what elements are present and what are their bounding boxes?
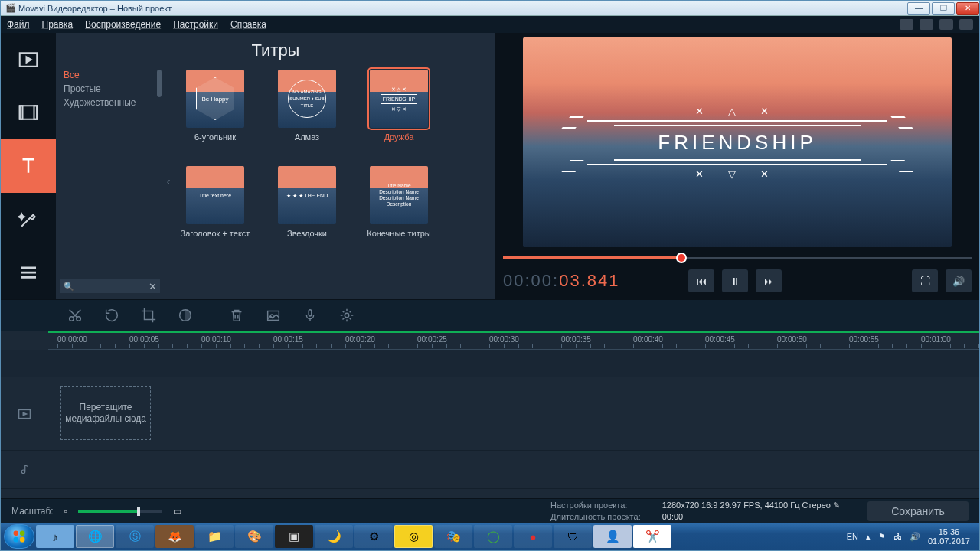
window-title: Movavi Видеоредактор – Новый проект xyxy=(18,4,172,13)
rail-effects-button[interactable] xyxy=(1,193,56,246)
menu-help[interactable]: Справка xyxy=(230,19,266,30)
project-settings-value: 980x551 16:9 29.97 FPS, 44100 Гц Стерео xyxy=(662,500,831,510)
window-minimize-button[interactable]: — xyxy=(907,2,930,15)
panel-heading: Титры xyxy=(56,33,495,64)
snapshot-tool[interactable] xyxy=(262,304,285,327)
system-tray: EN ▴ ⚑ 🖧 🔊 15:3601.07.2017 xyxy=(847,527,976,546)
tray-lang[interactable]: EN xyxy=(847,532,858,541)
title-card[interactable]: Title text hereЗаголовок + текст xyxy=(177,166,253,249)
rail-media-button[interactable] xyxy=(1,33,56,86)
app-icon: 🎬 xyxy=(5,3,16,13)
rail-more-button[interactable] xyxy=(1,246,56,299)
taskbar-movavi[interactable]: ✂️ xyxy=(633,525,671,548)
taskbar-item[interactable]: ◎ xyxy=(394,525,433,548)
window-restore-button[interactable]: ❐ xyxy=(932,2,955,15)
play-pause-button[interactable]: ⏸ xyxy=(722,269,748,292)
svg-point-10 xyxy=(345,313,349,318)
menu-file[interactable]: Файл xyxy=(7,19,30,30)
timeline-ruler[interactable]: 00:00:0000:00:0500:00:1000:00:1500:00:20… xyxy=(48,333,979,350)
menu-bar: Файл Правка Воспроизведение Настройки Сп… xyxy=(1,16,979,33)
fullscreen-button[interactable]: ⛶ xyxy=(912,269,938,292)
category-all[interactable]: Все xyxy=(64,68,165,82)
svg-point-15 xyxy=(20,537,25,543)
title-card[interactable]: Title Name Description Name Description … xyxy=(361,166,437,249)
timeline: 00:00:0000:00:0500:00:1000:00:1500:00:20… xyxy=(1,331,979,498)
menu-settings[interactable]: Настройки xyxy=(173,19,218,30)
taskbar-item[interactable]: 🦊 xyxy=(155,525,194,548)
taskbar-item[interactable]: ● xyxy=(514,525,552,548)
search-clear-icon[interactable]: ✕ xyxy=(149,281,157,292)
taskbar-item[interactable]: 🌐 xyxy=(76,525,114,548)
audio-track[interactable] xyxy=(1,451,979,489)
voiceover-tool[interactable] xyxy=(299,304,322,327)
preview-pane: ✕ △ ✕ FRIENDSHIP ✕ ▽ ✕ 00:00:03.841 xyxy=(495,33,979,299)
taskbar-item[interactable]: ▣ xyxy=(275,525,313,548)
rail-titles-button[interactable] xyxy=(1,139,56,193)
taskbar-item[interactable]: 🌙 xyxy=(315,525,353,548)
taskbar-item[interactable]: ◯ xyxy=(474,525,512,548)
social-vk-icon[interactable] xyxy=(939,19,953,30)
prev-frame-button[interactable]: ⏮ xyxy=(688,269,714,292)
title-card[interactable]: Be Happy6-угольник xyxy=(177,70,253,152)
category-scrollbar[interactable] xyxy=(157,70,162,97)
taskbar-item[interactable]: ♪ xyxy=(36,525,74,548)
title-card-selected[interactable]: ✕ △ ✕FRIENDSHIP✕ ▽ ✕Дружба xyxy=(361,70,437,152)
preview-canvas[interactable]: ✕ △ ✕ FRIENDSHIP ✕ ▽ ✕ xyxy=(523,37,952,247)
project-duration-label: Длительность проекта: xyxy=(550,512,641,521)
drop-hint: Перетащите медиафайлы сюда xyxy=(60,386,151,440)
svg-point-13 xyxy=(20,531,25,536)
preview-scrubber[interactable] xyxy=(503,252,972,264)
taskbar-item[interactable]: 🛡 xyxy=(554,525,592,548)
tray-network-icon[interactable]: 🖧 xyxy=(893,532,902,541)
title-card[interactable]: ★ ★ ★ THE ENDЗвездочки xyxy=(269,166,345,249)
rotate-tool[interactable] xyxy=(100,304,123,327)
timecode-display: 00:00:03.841 xyxy=(503,271,619,292)
social-share-icon[interactable] xyxy=(959,19,973,30)
taskbar-item[interactable]: 📁 xyxy=(195,525,234,548)
timeline-toolbar xyxy=(1,299,979,331)
zoom-fit-icon[interactable]: ▭ xyxy=(173,506,181,517)
menu-edit[interactable]: Правка xyxy=(42,19,74,30)
zoom-out-icon[interactable]: ▫ xyxy=(64,506,67,517)
window-close-button[interactable]: ✕ xyxy=(956,2,979,15)
video-track[interactable]: Перетащите медиафайлы сюда xyxy=(1,377,979,451)
volume-button[interactable]: 🔊 xyxy=(946,269,972,292)
start-button[interactable] xyxy=(4,524,34,549)
rail-filters-button[interactable] xyxy=(1,86,56,140)
taskbar-item[interactable]: Ⓢ xyxy=(116,525,154,548)
zoom-label: Масштаб: xyxy=(11,506,54,517)
video-track-icon xyxy=(1,377,48,450)
svg-rect-3 xyxy=(34,106,38,120)
social-youtube-icon[interactable] xyxy=(900,19,913,30)
next-frame-button[interactable]: ⏭ xyxy=(756,269,782,292)
color-tool[interactable] xyxy=(174,304,197,327)
cut-tool[interactable] xyxy=(64,304,87,327)
category-artistic[interactable]: Художественные xyxy=(64,96,165,109)
zoom-slider[interactable] xyxy=(78,510,162,513)
taskbar-item[interactable]: 🎭 xyxy=(434,525,472,548)
save-button[interactable]: Сохранить xyxy=(867,501,969,521)
scrubber-thumb-icon[interactable] xyxy=(676,253,687,263)
crop-tool[interactable] xyxy=(137,304,160,327)
title-overlay: ✕ △ ✕ FRIENDSHIP ✕ ▽ ✕ xyxy=(587,106,887,180)
category-simple[interactable]: Простые xyxy=(64,82,165,96)
titles-panel: Титры Все Простые Художественные 🔍 ✕ xyxy=(56,33,495,299)
titles-grid: Be Happy6-угольник MY AMAZING SUMMER ♦ S… xyxy=(172,64,495,299)
tray-volume-icon[interactable]: 🔊 xyxy=(910,532,920,542)
category-search[interactable]: 🔍 ✕ xyxy=(60,279,160,293)
taskbar-item[interactable]: ⚙ xyxy=(354,525,393,548)
panel-collapse-handle[interactable]: ‹ xyxy=(165,64,172,299)
audio-track-icon xyxy=(1,451,48,488)
svg-point-14 xyxy=(14,537,19,543)
tray-clock[interactable]: 15:3601.07.2017 xyxy=(928,527,970,546)
clip-properties-tool[interactable] xyxy=(335,304,358,327)
edit-settings-icon[interactable]: ✎ xyxy=(833,500,840,510)
taskbar-item[interactable]: 🎨 xyxy=(235,525,273,548)
title-card[interactable]: MY AMAZING SUMMER ♦ SUB TITLEАлмаз xyxy=(269,70,345,152)
tray-chevron-icon[interactable]: ▴ xyxy=(866,532,871,542)
menu-playback[interactable]: Воспроизведение xyxy=(85,19,161,30)
delete-tool[interactable] xyxy=(225,304,248,327)
social-ok-icon[interactable] xyxy=(920,19,933,30)
taskbar-item[interactable]: 👤 xyxy=(593,525,632,548)
tray-action-center-icon[interactable]: ⚑ xyxy=(878,532,886,542)
